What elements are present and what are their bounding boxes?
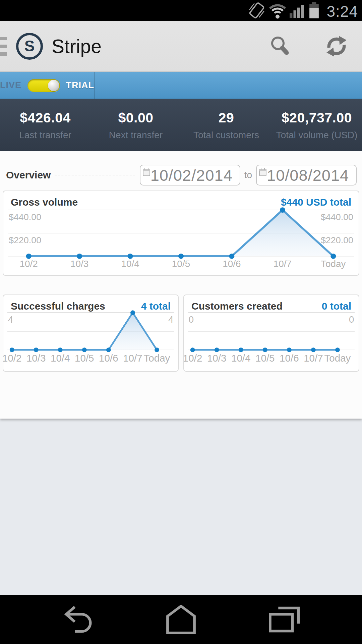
svg-text:10/3: 10/3: [26, 353, 46, 364]
svg-text:$220.00: $220.00: [321, 235, 353, 245]
stat-label: Total customers: [181, 130, 272, 141]
card-title: Successful charges: [11, 301, 105, 312]
live-label: LIVE: [0, 80, 21, 91]
date-to-value: 10/08/2014: [267, 166, 349, 185]
svg-text:10/7: 10/7: [123, 353, 142, 364]
card-title: Gross volume: [11, 197, 78, 208]
stripe-logo: S: [16, 33, 43, 60]
mode-bar: LIVE TRIAL: [0, 72, 362, 99]
menu-drawer-handle[interactable]: [0, 37, 7, 56]
stat-value: $20,737.00: [272, 110, 362, 126]
home-icon: [164, 603, 198, 636]
date-range-to-label: to: [244, 170, 252, 180]
status-icons: 3:24: [248, 2, 358, 19]
date-from-value: 10/02/2014: [150, 166, 233, 185]
stat-total-customers: 29 Total customers: [181, 110, 272, 141]
back-icon: [61, 603, 95, 636]
small-cards-row: Successful charges 4 total 4410/210/310/…: [3, 294, 359, 372]
card-total: 4 total: [141, 301, 171, 312]
svg-text:$440.00: $440.00: [9, 212, 41, 222]
card-header: Gross volume $440 USD total: [3, 191, 359, 208]
svg-text:10/3: 10/3: [70, 259, 88, 269]
svg-text:10/6: 10/6: [223, 259, 241, 269]
svg-text:0: 0: [189, 314, 194, 325]
svg-text:10/4: 10/4: [51, 353, 70, 364]
svg-text:10/4: 10/4: [121, 259, 139, 269]
card-total: 0 total: [322, 301, 351, 312]
stat-label: Last transfer: [0, 130, 90, 141]
dashed-divider: [55, 175, 135, 175]
back-button[interactable]: [61, 603, 95, 636]
stat-value: 29: [181, 110, 272, 126]
svg-text:10/5: 10/5: [75, 353, 94, 364]
stat-total-volume: $20,737.00 Total volume (USD): [272, 110, 362, 141]
mode-switch-section: LIVE TRIAL: [0, 72, 95, 99]
stat-next-transfer: $0.00 Next transfer: [90, 110, 181, 141]
svg-text:10/2: 10/2: [20, 259, 38, 269]
empty-background: [0, 419, 362, 595]
toggle-knob: [48, 80, 59, 91]
svg-text:$220.00: $220.00: [9, 235, 41, 245]
stat-value: $426.04: [0, 110, 90, 126]
svg-text:10/3: 10/3: [207, 353, 226, 364]
refresh-button[interactable]: [324, 34, 349, 58]
svg-text:10/4: 10/4: [231, 353, 250, 364]
signal-icon: [290, 2, 305, 19]
recent-apps-button[interactable]: [267, 603, 301, 636]
stripe-logo-letter: S: [24, 37, 35, 55]
refresh-icon: [324, 34, 349, 58]
android-nav-bar: [0, 595, 362, 644]
customers-created-card: Customers created 0 total 0010/210/310/4…: [183, 294, 359, 372]
card-header: Successful charges 4 total: [3, 295, 178, 312]
svg-text:10/5: 10/5: [172, 259, 190, 269]
toolbar: S Stripe: [0, 21, 362, 72]
screen: 3:24 S Stripe: [0, 0, 362, 644]
overview-title: Overview: [6, 169, 51, 181]
svg-text:4: 4: [168, 314, 173, 325]
svg-text:10/6: 10/6: [280, 353, 299, 364]
status-bar: 3:24: [0, 0, 362, 21]
overview-row: Overview 10/02/2014 to 10/: [0, 151, 362, 186]
recent-apps-icon: [267, 603, 301, 636]
stat-value: $0.00: [90, 110, 181, 126]
svg-text:10/2: 10/2: [184, 353, 202, 364]
svg-text:10/6: 10/6: [99, 353, 118, 364]
svg-text:Today: Today: [321, 259, 346, 269]
date-to-input[interactable]: 10/08/2014: [256, 165, 357, 185]
svg-text:10/7: 10/7: [304, 353, 323, 364]
card-title: Customers created: [191, 301, 283, 312]
battery-icon: [308, 2, 320, 19]
successful-charges-card: Successful charges 4 total 4410/210/310/…: [3, 294, 179, 372]
svg-text:Today: Today: [144, 353, 170, 364]
date-from-input[interactable]: 10/02/2014: [140, 165, 240, 185]
app-title: Stripe: [52, 35, 268, 57]
stat-label: Total volume (USD): [272, 130, 362, 141]
stats-bar: $426.04 Last transfer $0.00 Next transfe…: [0, 99, 362, 151]
svg-text:10/5: 10/5: [255, 353, 275, 364]
trial-label: TRIAL: [66, 80, 94, 91]
toolbar-actions: [268, 34, 349, 58]
search-button[interactable]: [268, 34, 292, 58]
wifi-icon: [269, 2, 286, 19]
svg-text:10/2: 10/2: [3, 353, 21, 364]
gross-volume-card: Gross volume $440 USD total $440.00$440.…: [3, 191, 359, 276]
status-time: 3:24: [326, 4, 358, 19]
stat-last-transfer: $426.04 Last transfer: [0, 110, 90, 141]
card-header: Customers created 0 total: [184, 295, 359, 312]
svg-text:4: 4: [8, 314, 13, 325]
stat-label: Next transfer: [90, 130, 181, 141]
card-total: $440 USD total: [281, 197, 351, 208]
calendar-icon: [259, 167, 267, 177]
main-content: Overview 10/02/2014 to 10/: [0, 151, 362, 419]
search-icon: [268, 34, 292, 58]
svg-text:10/7: 10/7: [274, 259, 292, 269]
svg-text:0: 0: [349, 314, 354, 325]
home-button[interactable]: [164, 603, 198, 636]
calendar-icon: [142, 167, 150, 177]
vibrate-icon: [248, 2, 265, 19]
svg-text:$440.00: $440.00: [321, 212, 353, 222]
live-trial-toggle[interactable]: [27, 79, 60, 92]
svg-text:Today: Today: [324, 353, 351, 364]
